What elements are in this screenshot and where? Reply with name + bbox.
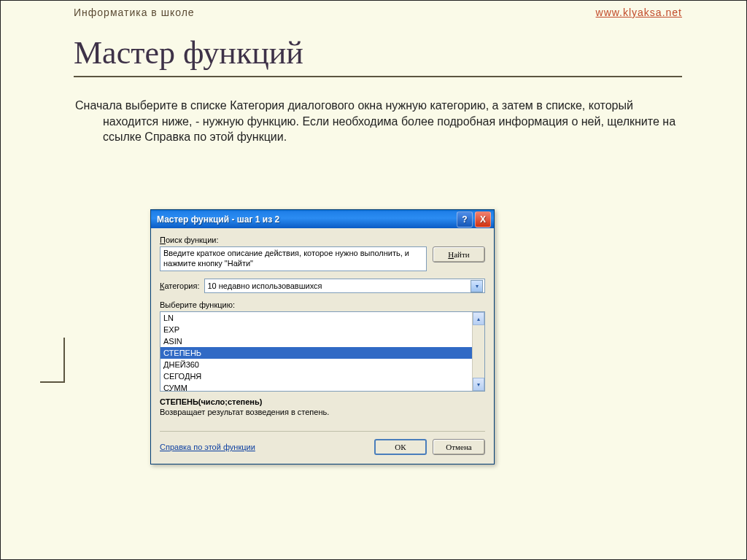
dialog-bottom-row: Справка по этой функции ОК Отмена [160, 431, 485, 455]
category-label: Категория: [160, 281, 200, 290]
titlebar-buttons: ? X [457, 211, 491, 228]
slide-header: Информатика в школе www.klyaksa.net [1, 1, 746, 18]
list-item[interactable]: ASIN [160, 335, 472, 347]
titlebar-close-button[interactable]: X [475, 211, 491, 228]
dialog-title: Мастер функций - шаг 1 из 2 [157, 214, 279, 225]
find-button[interactable]: Найти [433, 246, 485, 262]
header-link[interactable]: www.klyaksa.net [596, 7, 682, 18]
dialog-titlebar[interactable]: Мастер функций - шаг 1 из 2 ? X [151, 210, 494, 228]
slide: Информатика в школе www.klyaksa.net Маст… [0, 0, 747, 560]
chevron-down-icon: ▾ [471, 280, 483, 292]
ok-button[interactable]: ОК [374, 439, 427, 455]
function-list-items: LNEXPASINСТЕПЕНЬДНЕЙ360СЕГОДНЯСУММ [160, 312, 472, 391]
list-item[interactable]: LN [160, 312, 472, 324]
function-list-label: Выберите функцию: [160, 300, 485, 309]
cancel-button[interactable]: Отмена [433, 439, 485, 455]
category-select[interactable]: 10 недавно использовавшихся ▾ [204, 279, 486, 293]
function-description: Возвращает результат возведения в степен… [160, 408, 485, 416]
list-item[interactable]: ДНЕЙ360 [160, 359, 472, 370]
scroll-up-icon[interactable]: ▴ [473, 312, 484, 325]
function-listbox[interactable]: LNEXPASINСТЕПЕНЬДНЕЙ360СЕГОДНЯСУММ ▴ ▾ [160, 311, 485, 392]
slide-title: Мастер функций [74, 34, 746, 71]
decor-rule [40, 381, 65, 383]
dialog-buttons: ОК Отмена [374, 439, 485, 455]
titlebar-help-button[interactable]: ? [457, 211, 473, 228]
category-value: 10 недавно использовавшихся [208, 281, 322, 290]
search-label: Поиск функции: [160, 236, 485, 244]
list-item[interactable]: EXP [160, 324, 472, 335]
scrollbar[interactable]: ▴ ▾ [472, 312, 484, 391]
list-item[interactable]: СЕГОДНЯ [160, 370, 472, 382]
function-wizard-dialog: Мастер функций - шаг 1 из 2 ? X Поиск фу… [150, 209, 495, 464]
dialog-body: Поиск функции: Введите краткое описание … [151, 228, 494, 464]
list-item[interactable]: СТЕПЕНЬ [160, 347, 472, 359]
body-paragraph: Сначала выберите в списке Категория диал… [103, 98, 682, 145]
search-row: Введите краткое описание действия, котор… [160, 246, 485, 271]
category-row: Категория: 10 недавно использовавшихся ▾ [160, 279, 485, 293]
list-item[interactable]: СУММ [160, 382, 472, 391]
search-input[interactable]: Введите краткое описание действия, котор… [160, 246, 427, 271]
help-link[interactable]: Справка по этой функции [160, 443, 255, 451]
scroll-down-icon[interactable]: ▾ [473, 378, 484, 391]
slide-body: Сначала выберите в списке Категория диал… [1, 77, 746, 145]
header-left: Информатика в школе [74, 7, 195, 18]
function-signature: СТЕПЕНЬ(число;степень) [160, 397, 485, 406]
